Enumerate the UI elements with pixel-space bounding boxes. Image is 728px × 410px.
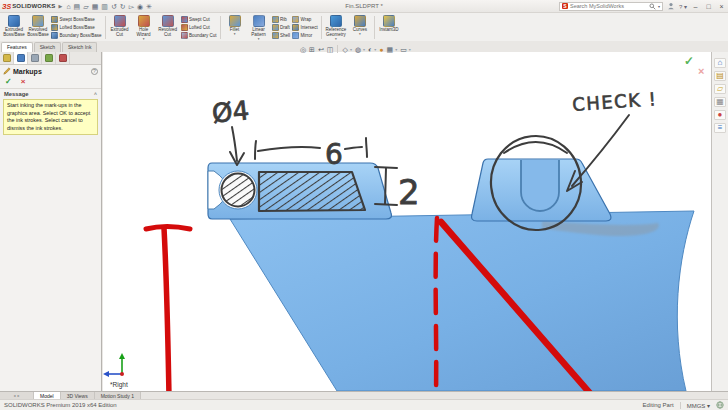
units-selector[interactable]: MMGS ▾ (687, 402, 710, 409)
mirror-button[interactable]: Mirror (292, 32, 318, 40)
displaymanager-icon (59, 54, 67, 62)
appearances-icon[interactable]: ● (714, 110, 726, 120)
redo-icon[interactable]: ↻ (120, 3, 126, 10)
tab-features[interactable]: Features (1, 42, 33, 52)
file-explorer-icon[interactable]: ▱ (714, 84, 726, 94)
undo-icon[interactable]: ↺ (111, 3, 117, 10)
view-palette-icon[interactable]: ▦ (714, 97, 726, 107)
view-orientation-icon[interactable]: ◇ (342, 46, 347, 53)
message-group-header[interactable]: Message ^ (0, 89, 101, 98)
lofted-boss-base-button[interactable]: Lofted Boss/Base (51, 23, 102, 31)
tab-scroll-control[interactable]: ◂▸ (0, 392, 34, 399)
custom-properties-icon[interactable]: ≡ (714, 123, 726, 133)
design-library-icon[interactable]: ▤ (714, 71, 726, 81)
zoom-to-fit-icon[interactable]: ◎ (300, 46, 306, 53)
draft-button[interactable]: Draft (272, 23, 291, 31)
save-icon[interactable]: ▦ (92, 3, 99, 10)
search-icon[interactable] (649, 3, 656, 10)
dropdown-caret-icon[interactable]: ▾ (363, 47, 365, 52)
edit-appearance-icon[interactable]: ● (379, 46, 383, 53)
collapse-icon[interactable]: ^ (94, 91, 97, 97)
display-settings-icon[interactable]: ◉ (137, 3, 143, 10)
dropdown-caret-icon[interactable]: ▾ (143, 38, 145, 42)
swept-cut-button[interactable]: Swept Cut (181, 15, 217, 23)
wrap-button[interactable]: Wrap (292, 15, 318, 23)
dropdown-caret-icon[interactable]: ▾ (374, 47, 376, 52)
doctab-model[interactable]: Model (34, 392, 61, 399)
dropdown-caret-icon[interactable]: ▾ (395, 47, 397, 52)
solidworks-window: { "title_bar": { "brand": "SOLIDWORKS", … (0, 0, 728, 410)
minimize-button[interactable]: – (691, 3, 700, 10)
propertymanager-tab[interactable] (14, 52, 28, 64)
extruded-cut-button[interactable]: Extruded Cut (108, 14, 132, 41)
status-mode-label: Editing Part (643, 402, 674, 408)
zoom-to-area-icon[interactable]: ⊞ (309, 46, 315, 53)
dropdown-caret-icon[interactable]: ▾ (258, 38, 260, 42)
u-slot[interactable] (521, 160, 559, 211)
new-document-icon[interactable]: ▤ (74, 3, 81, 10)
menu-expand-arrow-icon[interactable]: ▶ (59, 3, 63, 9)
boundary-boss-base-button[interactable]: Boundary Boss/Base (51, 32, 102, 40)
instant3d-button[interactable]: Instant3D (377, 14, 401, 41)
displaymanager-tab[interactable] (56, 52, 70, 64)
apply-scene-icon[interactable]: ▦ (387, 46, 394, 53)
reference-geometry-icon (330, 15, 342, 27)
featuremanager-tree-tab[interactable] (0, 52, 14, 64)
doctab-3d-views[interactable]: 3D Views (61, 392, 95, 399)
doctab-motion-study-1[interactable]: Motion Study 1 (95, 392, 141, 399)
graphics-area[interactable]: Ø4 6 2 CHECK ! *Right (103, 52, 711, 391)
rib-button[interactable]: Rib (272, 15, 291, 23)
ok-button[interactable]: ✓ (5, 77, 12, 86)
swept-boss-base-button[interactable]: Swept Boss/Base (51, 15, 102, 23)
boundary-cut-button[interactable]: Boundary Cut (181, 32, 217, 40)
tab-sketch[interactable]: Sketch (34, 42, 61, 52)
hole-wizard-icon (138, 15, 150, 27)
dropdown-caret-icon[interactable]: ▾ (234, 33, 236, 37)
options-icon[interactable]: ✳ (146, 3, 152, 10)
tab-sketch-ink[interactable]: Sketch Ink (62, 42, 97, 52)
lofted-cut-icon (181, 24, 188, 31)
open-icon[interactable]: ▱ (83, 3, 88, 10)
command-manager: Extruded Boss/BaseRevolved Boss/BaseSwep… (0, 13, 728, 41)
home-icon[interactable]: ⌂ (66, 3, 70, 10)
print-icon[interactable]: ▥ (101, 3, 108, 10)
shell-button[interactable]: Shell (272, 32, 291, 40)
cancel-button[interactable]: × (21, 77, 26, 86)
extruded-boss-base-button[interactable]: Extruded Boss/Base (2, 14, 26, 41)
section-view-icon[interactable]: ◫ (327, 46, 334, 53)
search-box[interactable]: S ▾ (559, 2, 663, 11)
hole-wizard-button[interactable]: Hole Wizard▾ (132, 14, 156, 41)
confirm-cancel-button[interactable]: × (698, 65, 704, 77)
reference-geometry-button[interactable]: Reference Geometry▾ (324, 14, 348, 41)
search-input[interactable] (570, 3, 647, 9)
globe-icon[interactable] (716, 401, 724, 409)
confirm-ok-button[interactable]: ✓ (684, 54, 694, 68)
help-icon[interactable]: ? (91, 68, 98, 75)
solidworks-resources-icon[interactable]: ⌂ (714, 58, 726, 68)
revolved-cut-button[interactable]: Revolved Cut (156, 14, 180, 41)
dropdown-caret-icon[interactable]: ▾ (335, 38, 337, 42)
dropdown-caret-icon[interactable]: ▾ (359, 33, 361, 37)
fillet-button[interactable]: Fillet▾ (223, 14, 247, 41)
linear-pattern-button[interactable]: Linear Pattern▾ (247, 14, 271, 41)
help-menu-button[interactable]: ? ▾ (679, 3, 687, 10)
fin-body[interactable] (230, 211, 694, 391)
search-dropdown-icon[interactable]: ▾ (658, 4, 660, 9)
lofted-cut-button[interactable]: Lofted Cut (181, 23, 217, 31)
dropdown-caret-icon[interactable]: ▾ (350, 47, 352, 52)
dropdown-caret-icon[interactable]: ▾ (409, 47, 411, 52)
solidworks-logo-icon: ЗS (2, 3, 11, 10)
hide-show-items-icon[interactable]: ◐ (368, 46, 372, 53)
restore-button[interactable]: □ (704, 3, 713, 10)
revolved-boss-base-button[interactable]: Revolved Boss/Base (26, 14, 50, 41)
dimxpertmanager-tab[interactable] (42, 52, 56, 64)
curves-button[interactable]: Curves▾ (348, 14, 372, 41)
display-style-icon[interactable]: ◍ (355, 46, 361, 53)
view-settings-icon[interactable]: ▭ (400, 46, 407, 53)
previous-view-icon[interactable]: ↩ (318, 46, 324, 53)
user-account-icon[interactable] (667, 2, 675, 10)
close-button[interactable]: × (717, 3, 726, 10)
intersect-button[interactable]: Intersect (292, 23, 318, 31)
configurationmanager-tab[interactable] (28, 52, 42, 64)
select-icon[interactable]: ▻ (129, 3, 134, 10)
